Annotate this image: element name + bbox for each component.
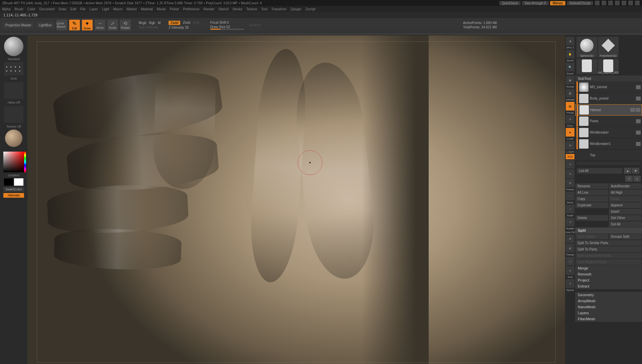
menu-zscript[interactable]: Zscript bbox=[305, 7, 315, 11]
subtool-bodyposed[interactable]: Body_posed bbox=[575, 93, 642, 104]
layers-header[interactable]: Layers bbox=[575, 310, 642, 316]
splitunmasked-button[interactable]: Split Unmasked Points bbox=[575, 252, 642, 259]
arrow-move-up[interactable]: ⤴ bbox=[625, 176, 633, 182]
delother-button[interactable]: Del Other bbox=[609, 215, 642, 221]
brush-thumbnail[interactable] bbox=[4, 37, 23, 56]
menu-transform[interactable]: Transform bbox=[271, 7, 286, 11]
splithidden-button[interactable]: Split Hidden bbox=[575, 233, 609, 240]
lightbox-button[interactable]: LightBox bbox=[36, 22, 55, 28]
menu-render[interactable]: Render bbox=[204, 7, 215, 11]
rename-button[interactable]: Rename bbox=[575, 183, 609, 189]
subtool-windbreaker[interactable]: Windbreaker bbox=[575, 127, 642, 138]
menu-picker[interactable]: Picker bbox=[170, 7, 179, 11]
arraymesh-header[interactable]: ArrayMesh bbox=[575, 298, 642, 304]
copy-button[interactable]: Copy bbox=[575, 196, 609, 202]
menu-color[interactable]: Color bbox=[27, 7, 35, 11]
menu-brush[interactable]: Brush bbox=[15, 7, 23, 11]
rot-z-button[interactable]: ⊕ bbox=[566, 169, 574, 178]
geometry-header[interactable]: Geometry bbox=[575, 292, 642, 298]
alllow-button[interactable]: All Low bbox=[575, 189, 609, 196]
draw-size-slider[interactable]: Draw Size 62 bbox=[210, 25, 244, 30]
menu-document[interactable]: Document bbox=[39, 7, 55, 11]
window-btn-1[interactable] bbox=[595, 1, 600, 5]
window-btn-3[interactable] bbox=[608, 1, 613, 5]
zadd-toggle[interactable]: Zadd bbox=[169, 21, 180, 25]
rgb-toggle[interactable]: Rgb bbox=[149, 21, 155, 25]
zsub-toggle[interactable]: Zsub bbox=[183, 21, 190, 25]
menu-texture[interactable]: Texture bbox=[246, 7, 257, 11]
subtool-helmet[interactable]: Helmet bbox=[575, 104, 642, 116]
arrow-down[interactable]: ▼ bbox=[632, 168, 639, 174]
tool-preset-polymesh[interactable]: PolyMesh3D bbox=[598, 37, 619, 57]
subtool-mdtutorial[interactable]: MD_tutorial bbox=[575, 81, 642, 93]
floor-button[interactable]: ⬇ bbox=[566, 115, 574, 124]
merge-header[interactable]: Merge bbox=[575, 265, 642, 271]
splitsimilar-button[interactable]: Split To Similar Parts bbox=[575, 240, 642, 246]
scroll-button[interactable]: ✋ bbox=[566, 50, 574, 58]
zcut-toggle[interactable]: Zcut bbox=[193, 21, 199, 25]
alpha-slot[interactable] bbox=[4, 82, 23, 99]
viewport[interactable] bbox=[27, 35, 565, 364]
autoreorder-button[interactable]: AutoReorder bbox=[609, 183, 642, 189]
focal-shift-slider[interactable]: Focal Shift 0 bbox=[210, 21, 244, 24]
alternate-button[interactable]: Alternate bbox=[3, 193, 24, 198]
splitparts-button[interactable]: Split To Parts bbox=[575, 246, 642, 252]
draw-button[interactable]: ✦Draw bbox=[82, 20, 93, 30]
subtool-windbreaker1[interactable]: Windbreaker1 bbox=[575, 138, 642, 150]
tool-preset-active[interactable] bbox=[576, 59, 597, 74]
listall-button[interactable]: List All bbox=[576, 168, 623, 174]
z-intensity-slider[interactable]: Z Intensity 25 bbox=[169, 26, 199, 29]
minimize-button[interactable] bbox=[622, 1, 626, 5]
actual-button[interactable]: ▣ bbox=[566, 76, 574, 84]
zoom-button[interactable]: 🔍 bbox=[566, 63, 574, 71]
swatch-black[interactable] bbox=[4, 178, 13, 186]
persp-button[interactable]: ▤ bbox=[566, 102, 574, 111]
menus-button[interactable]: Menus bbox=[550, 1, 565, 5]
eye-icon[interactable] bbox=[636, 142, 641, 146]
tool-preset-mdexport[interactable]: md_export_002 bbox=[598, 59, 619, 74]
maximize-button[interactable] bbox=[628, 1, 633, 5]
menu-stencil[interactable]: Stencil bbox=[218, 7, 228, 11]
delete-button[interactable]: Delete bbox=[575, 215, 609, 221]
menu-light[interactable]: Light bbox=[102, 7, 109, 11]
quicksketch-button[interactable]: Quick Sketch bbox=[57, 20, 67, 30]
rot-y-button[interactable]: ⊙ bbox=[566, 160, 574, 169]
remesh-header[interactable]: Remesh bbox=[575, 271, 642, 277]
nav-scale-button[interactable]: ⤢ bbox=[566, 205, 574, 213]
quicksave-button[interactable]: QuickSave bbox=[499, 1, 521, 5]
scale-button[interactable]: ⤢Scale bbox=[107, 20, 118, 30]
material-thumbnail[interactable] bbox=[5, 130, 22, 147]
window-btn-2[interactable] bbox=[602, 1, 606, 5]
menu-macro[interactable]: Macro bbox=[113, 7, 123, 11]
lsym-button[interactable]: ⇄ bbox=[566, 141, 574, 150]
transp-button[interactable]: ◐ bbox=[566, 244, 574, 252]
allhigh-button[interactable]: All High bbox=[609, 189, 642, 196]
eye-icon[interactable] bbox=[636, 97, 641, 101]
insert-button[interactable]: Insert bbox=[609, 208, 642, 215]
zscript-button[interactable]: DefaultZScript bbox=[567, 1, 593, 5]
arrow-up[interactable]: ▲ bbox=[624, 168, 631, 174]
xpose-button[interactable]: ✦ bbox=[566, 279, 574, 288]
eye-icon[interactable] bbox=[630, 108, 635, 112]
menu-preference[interactable]: Preference bbox=[183, 7, 200, 11]
menu-alpha[interactable]: Alpha bbox=[2, 7, 11, 11]
menu-file[interactable]: File bbox=[80, 7, 86, 11]
stroke-thumbnail[interactable]: • • • •• • • • bbox=[4, 62, 23, 75]
menu-zplugin[interactable]: Zplugin bbox=[291, 7, 302, 11]
eye-icon[interactable] bbox=[636, 131, 641, 135]
eye-icon[interactable] bbox=[636, 85, 641, 89]
projection-master-button[interactable]: Projection Master bbox=[3, 22, 34, 28]
subtool-header[interactable]: SubTool bbox=[575, 75, 642, 81]
frame-button[interactable]: ⊞ bbox=[566, 179, 574, 187]
menu-stroke[interactable]: Stroke bbox=[232, 7, 242, 11]
menu-material[interactable]: Material bbox=[141, 7, 153, 11]
project-header[interactable]: Project bbox=[575, 277, 642, 283]
mrgb-toggle[interactable]: Mrgb bbox=[139, 21, 146, 25]
edit-button[interactable]: ✎Edit bbox=[69, 20, 80, 30]
window-btn-4[interactable] bbox=[615, 1, 620, 5]
seethrough-slider[interactable]: See-through 0 bbox=[522, 1, 548, 5]
nanomesh-header[interactable]: NanoMesh bbox=[575, 304, 642, 310]
arrow-move-down[interactable]: ⤵ bbox=[633, 176, 641, 182]
local-button[interactable]: ● bbox=[566, 128, 574, 137]
aahalf-button[interactable]: ▦ bbox=[566, 89, 574, 98]
